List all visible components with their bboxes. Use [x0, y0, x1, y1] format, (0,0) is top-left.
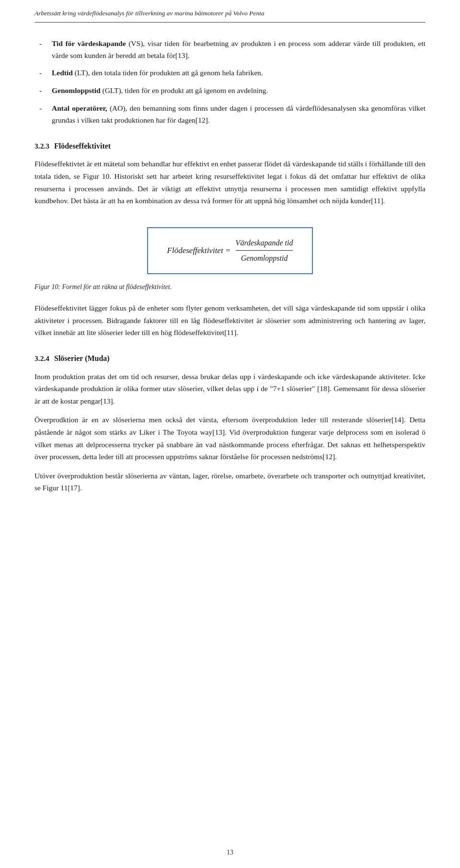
section-323-para-1: Flödeseffektivtet är ett mätetal som beh…: [34, 158, 426, 207]
formula-denominator: Genomloppstid: [241, 251, 288, 265]
section-323-number: 3.2.3: [34, 140, 49, 152]
bullet-dash-1: -: [39, 38, 49, 50]
term-abbr-genomloppstid: (GLT), tiden för en produkt att gå igeno…: [103, 86, 268, 94]
page-footer: 13: [34, 849, 426, 856]
page: Arbetssätt kring värdeflödesanalys för t…: [0, 0, 460, 868]
term-tid: Tid för värdeskapande: [52, 39, 126, 47]
page-number: 13: [227, 849, 233, 856]
bullet-item-ledtid: - Ledtid (LT), den totala tiden för prod…: [34, 67, 426, 79]
section-323-para-2: Flödeseffektivitet lägger fokus på de en…: [34, 302, 426, 339]
section-324-para-3: Utöver överproduktion består slöserierna…: [34, 470, 426, 494]
formula-lhs: Flödeseffektivitet =: [167, 244, 233, 257]
bullet-item-genomloppstid: - Genomloppstid (GLT), tiden för en prod…: [34, 85, 426, 97]
term-genomloppstid: Genomloppstid: [52, 86, 101, 94]
bullet-item-antal: - Antal operatörer, (AO), den bemanning …: [34, 103, 426, 127]
bullet-list: - Tid för värdeskapande (VS), visar tide…: [34, 38, 426, 127]
page-header: Arbetssätt kring värdeflödesanalys för t…: [34, 0, 426, 23]
main-content: - Tid för värdeskapande (VS), visar tide…: [34, 38, 426, 494]
section-324-para-2: Överprodktion är en av slöserierna men o…: [34, 414, 426, 463]
term-abbr-antal: (AO), den bemanning som finns under dage…: [52, 104, 426, 124]
header-title: Arbetssätt kring värdeflödesanalys för t…: [34, 10, 264, 17]
section-324-number: 3.2.4: [34, 353, 49, 365]
bullet-dash-3: -: [39, 85, 49, 97]
bullet-item-tid: - Tid för värdeskapande (VS), visar tide…: [34, 38, 426, 62]
term-ledtid: Ledtid: [52, 69, 73, 77]
section-323-heading: 3.2.3 Flödeseffektivitet: [34, 140, 426, 152]
term-abbr-ledtid: (LT), den totala tiden för produkten att…: [75, 69, 263, 77]
bullet-text-ledtid: Ledtid (LT), den totala tiden för produk…: [52, 67, 426, 79]
bullet-text-genomloppstid: Genomloppstid (GLT), tiden för en produk…: [52, 85, 426, 97]
bullet-dash-4: -: [39, 103, 49, 115]
bullet-text-tid: Tid för värdeskapande (VS), visar tiden …: [52, 38, 426, 62]
section-323-title: Flödeseffektivitet: [54, 140, 111, 152]
bullet-text-antal: Antal operatörer, (AO), den bemanning so…: [52, 103, 426, 127]
section-324-heading: 3.2.4 Slöserier (Muda): [34, 352, 426, 365]
figure-caption-10: Figur 10: Formel för att räkna ut flödes…: [34, 282, 426, 292]
formula-container: Flödeseffektivitet = Värdeskapande tid G…: [34, 218, 426, 278]
bullet-dash-2: -: [39, 67, 49, 79]
formula-numerator: Värdeskapande tid: [236, 237, 293, 251]
section-324-title: Slöserier (Muda): [54, 352, 110, 365]
section-324-para-1: Inom produktion pratas det om tid och re…: [34, 370, 426, 407]
formula-fraction: Värdeskapande tid Genomloppstid: [236, 237, 293, 265]
formula-box: Flödeseffektivitet = Värdeskapande tid G…: [147, 227, 313, 274]
term-antal: Antal operatörer,: [52, 104, 107, 112]
